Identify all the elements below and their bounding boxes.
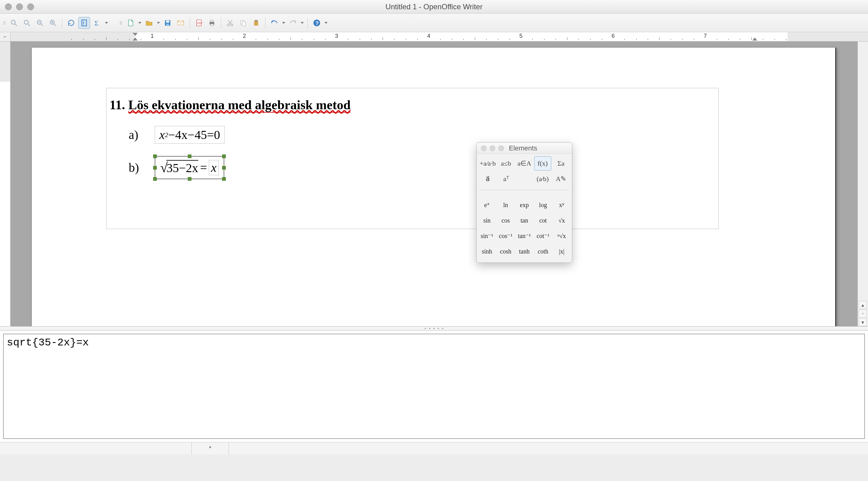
formula-input[interactable]: [3, 334, 865, 439]
elements-category-4[interactable]: Σa: [553, 156, 569, 171]
zoom-window-icon[interactable]: [27, 3, 34, 10]
elements-item-4[interactable]: xʸ: [554, 199, 569, 211]
formula-editor-pane: [0, 331, 868, 442]
zoom-out-icon[interactable]: [34, 17, 46, 29]
elements-category-1[interactable]: a≤b: [497, 156, 515, 171]
elements-item-0[interactable]: eˣ: [479, 199, 495, 211]
resize-handle-ml[interactable]: [153, 166, 157, 170]
elements-item-17[interactable]: tanh: [517, 245, 532, 258]
vertical-ruler[interactable]: [0, 41, 10, 326]
update-icon[interactable]: [65, 17, 77, 29]
elements-item-6[interactable]: cos: [498, 214, 513, 227]
elements-item-12[interactable]: tan⁻¹: [517, 230, 532, 242]
prev-page-icon[interactable]: ▴: [859, 301, 867, 309]
toolbar-handle[interactable]: [3, 17, 6, 29]
minimize-window-icon[interactable]: [16, 3, 23, 10]
svg-line-5: [41, 24, 43, 26]
resize-handle-mr[interactable]: [222, 166, 226, 170]
elements-item-3[interactable]: log: [535, 199, 551, 211]
new-document-icon[interactable]: [125, 17, 136, 29]
print-icon[interactable]: [206, 17, 218, 29]
resize-handle-br[interactable]: [222, 177, 226, 181]
hanging-indent-marker-icon[interactable]: [133, 37, 138, 40]
horizontal-ruler[interactable]: 1234567: [10, 32, 868, 41]
vertical-scrollbar[interactable]: ▴ ◦ ▾: [858, 41, 868, 326]
nav-target-icon[interactable]: ◦: [859, 309, 867, 318]
open-dropdown[interactable]: [156, 17, 160, 29]
status-segment-1[interactable]: [0, 442, 192, 454]
elements-item-15[interactable]: sinh: [479, 245, 495, 258]
elements-item-8[interactable]: cot: [535, 214, 551, 227]
elements-item-14[interactable]: ⁿ√x: [554, 230, 569, 242]
resize-handle-tm[interactable]: [188, 154, 191, 158]
document-viewport[interactable]: 11. Lös ekvationerna med algebraisk meto…: [10, 41, 858, 326]
email-document-icon[interactable]: [175, 17, 187, 29]
elements-category-8[interactable]: (a⁄b): [534, 172, 551, 186]
elements-item-19[interactable]: |x|: [554, 245, 569, 258]
elements-item-1[interactable]: ln: [498, 199, 513, 211]
resize-handle-tl[interactable]: [153, 154, 157, 158]
undo-icon[interactable]: [269, 17, 280, 29]
paste-icon[interactable]: [250, 17, 262, 29]
formula-object-b-selected[interactable]: √35−2x=x: [155, 156, 224, 179]
horizontal-splitter[interactable]: [0, 326, 868, 331]
new-dropdown[interactable]: [138, 17, 142, 29]
formula-cursor-icon[interactable]: [78, 17, 90, 29]
toolbar-overflow[interactable]: [324, 17, 328, 29]
help-icon[interactable]: ?: [311, 17, 323, 29]
panel-zoom-icon[interactable]: [498, 146, 504, 151]
elements-item-16[interactable]: cosh: [498, 245, 513, 258]
resize-handle-bl[interactable]: [153, 177, 157, 181]
export-pdf-icon[interactable]: PDF: [193, 17, 205, 29]
copy-icon[interactable]: [237, 17, 249, 29]
elements-category-row: +a⁄a·ba≤ba∈Af(x)Σaa⃗aᵀ(a⁄b)A✎: [477, 154, 572, 188]
document-heading: 11. Lös ekvationerna med algebraisk meto…: [106, 97, 718, 112]
elements-category-0[interactable]: +a⁄a·b: [479, 156, 496, 171]
elements-item-18[interactable]: coth: [535, 245, 551, 258]
elements-category-6[interactable]: aᵀ: [497, 172, 515, 186]
elements-category-2[interactable]: a∈A: [516, 156, 533, 171]
next-page-icon[interactable]: ▾: [859, 318, 867, 326]
formula-object-a[interactable]: x2−4x−45=0: [155, 126, 224, 144]
elements-panel[interactable]: Elements +a⁄a·ba≤ba∈Af(x)Σaa⃗aᵀ(a⁄b)A✎ e…: [476, 142, 572, 263]
svg-text:Σ: Σ: [94, 19, 98, 27]
zoom-in-icon[interactable]: [47, 17, 59, 29]
zoom-page-icon[interactable]: [8, 17, 20, 29]
elements-category-3[interactable]: f(x): [534, 156, 551, 171]
right-indent-marker-icon[interactable]: [752, 37, 757, 40]
elements-category-5[interactable]: a⃗: [479, 172, 496, 186]
horizontal-ruler-row: ⌐ 1234567: [0, 32, 868, 41]
toolbar-handle-2[interactable]: [120, 17, 122, 29]
elements-item-5[interactable]: sin: [479, 214, 495, 227]
sigma-catalog-icon[interactable]: Σ: [91, 17, 103, 29]
elements-item-7[interactable]: tan: [517, 214, 532, 227]
status-segment-3[interactable]: [229, 442, 868, 454]
open-document-icon[interactable]: [143, 17, 155, 29]
elements-panel-titlebar[interactable]: Elements: [477, 143, 572, 154]
elements-category-9[interactable]: A✎: [553, 172, 569, 186]
cut-icon[interactable]: [224, 17, 236, 29]
elements-item-10[interactable]: sin⁻¹: [479, 230, 495, 242]
elements-item-2[interactable]: exp: [517, 199, 532, 211]
eq-b-placeholder: x: [209, 160, 219, 175]
close-window-icon[interactable]: [5, 3, 12, 10]
toolbar-dropdown[interactable]: [104, 17, 108, 29]
panel-close-icon[interactable]: [481, 146, 487, 151]
resize-handle-bm[interactable]: [188, 177, 191, 181]
eq-b-equals: =: [200, 160, 207, 175]
undo-dropdown[interactable]: [281, 17, 286, 29]
elements-item-9[interactable]: √x: [554, 214, 569, 227]
svg-line-26: [228, 20, 232, 24]
elements-item-11[interactable]: cos⁻¹: [498, 230, 513, 242]
resize-handle-tr[interactable]: [222, 154, 226, 158]
eq-a-rest: −4x−45=0: [168, 127, 220, 142]
zoom-100-icon[interactable]: [21, 17, 33, 29]
panel-minimize-icon[interactable]: [490, 146, 495, 151]
status-modified-indicator[interactable]: *: [192, 442, 229, 454]
redo-dropdown[interactable]: [300, 17, 304, 29]
elements-item-13[interactable]: cot⁻¹: [535, 230, 551, 242]
text-frame: 11. Lös ekvationerna med algebraisk meto…: [106, 88, 719, 229]
indent-marker-icon[interactable]: [133, 33, 138, 36]
redo-icon[interactable]: [287, 17, 299, 29]
save-document-icon[interactable]: [162, 17, 174, 29]
